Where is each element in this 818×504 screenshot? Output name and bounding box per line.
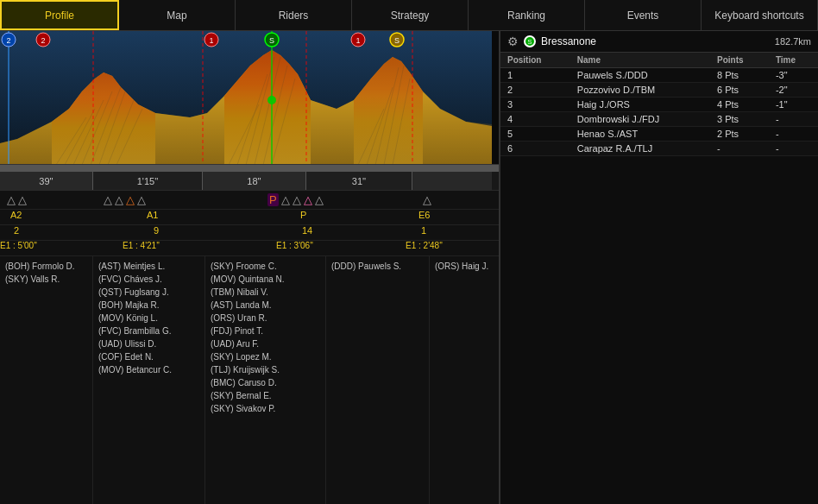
location-name: Bressanone — [541, 35, 596, 47]
right-panel: ⚙ S Bressanone 182.7km Position Name Poi… — [499, 31, 818, 504]
distance-display: 182.7km — [775, 36, 811, 47]
riders-area: (BOH) Formolo D. (SKY) Valls R. (AST) Me… — [0, 256, 499, 504]
svg-text:2: 2 — [41, 36, 45, 45]
tab-ranking[interactable]: Ranking — [469, 0, 585, 30]
cell-pos: 3 — [500, 98, 570, 112]
rider-entry: (AST) Meintjes L. — [98, 260, 199, 273]
climb-num-4: 1 — [421, 225, 426, 236]
rider-entry: (UAD) Ulissi D. — [98, 337, 199, 350]
cell-time: - — [769, 142, 818, 156]
rider-entry: (BMC) Caruso D. — [211, 376, 320, 389]
cell-name: Dombrowski J./FDJ — [570, 112, 710, 127]
tab-strategy[interactable]: Strategy — [352, 0, 469, 30]
rider-entry: (TBM) Nibali V. — [211, 286, 320, 299]
cell-name: Pauwels S./DDD — [570, 68, 710, 83]
cell-pos: 5 — [500, 127, 570, 142]
sprint-badge: S — [524, 35, 536, 47]
climb-label-a1: A1 — [147, 210, 158, 220]
climb-num-1: 2 — [14, 225, 19, 236]
settings-icon: ⚙ — [507, 35, 519, 48]
climb-num-3: 14 — [302, 225, 312, 236]
rider-icon: △ — [137, 193, 146, 206]
cell-pts: 4 Pts — [710, 98, 769, 112]
rider-icon: △ — [126, 193, 135, 206]
climb-label-p: P — [300, 210, 306, 220]
tab-map[interactable]: Map — [119, 0, 236, 30]
cell-pts: 8 Pts — [710, 68, 769, 83]
rider-icon: △ — [104, 193, 112, 206]
climb-label-e6: E6 — [418, 210, 430, 220]
cell-time: - — [769, 112, 818, 127]
riders-col-3: (SKY) Froome C. (MOV) Quintana N. (TBM) … — [205, 256, 326, 504]
rider-icon: △ — [304, 193, 312, 206]
cell-pos: 2 — [500, 83, 570, 98]
rider-entry: (SKY) Lopez M. — [211, 350, 320, 363]
seg-time-3: 18'' — [247, 176, 261, 186]
cell-time: -1" — [769, 98, 818, 112]
eta-2: E1 : 4'21'' — [123, 241, 160, 250]
col-position: Position — [500, 53, 570, 68]
rider-icon-p: P — [267, 193, 279, 206]
svg-point-30 — [267, 96, 276, 104]
climb-labels-row: A2 A1 P E6 E5 — [0, 210, 499, 225]
cell-name: Carapaz R.A./TLJ — [570, 142, 710, 156]
cell-pos: 4 — [500, 112, 570, 127]
rider-entry: (SKY) Froome C. — [211, 260, 320, 273]
rider-icon: △ — [293, 193, 301, 206]
cell-pts: 3 Pts — [710, 112, 769, 127]
standings-header-row: Position Name Points Time — [500, 53, 818, 68]
standings-row: 1 Pauwels S./DDD 8 Pts -3" — [500, 68, 818, 83]
standings-row: 2 Pozzovivo D./TBM 6 Pts -2" — [500, 83, 818, 98]
svg-text:2: 2 — [6, 36, 10, 45]
rider-entry: (UAD) Aru F. — [211, 337, 320, 350]
cell-pts: 6 Pts — [710, 83, 769, 98]
cell-pos: 6 — [500, 142, 570, 156]
cell-name: Haig J./ORS — [570, 98, 710, 112]
rider-entry: (BOH) Formolo D. — [5, 260, 87, 273]
climb-numbers-row: 2 9 14 1 1 — [0, 225, 499, 241]
tab-profile[interactable]: Profile — [0, 0, 119, 30]
eta-row: E1 : 5'00'' E1 : 4'21'' E1 : 3'06'' E1 :… — [0, 241, 499, 256]
rider-entry: (SKY) Valls R. — [5, 273, 87, 286]
cell-pts: 2 Pts — [710, 127, 769, 142]
rider-icons-row: △ △ △ △ △ △ P △ △ △ △ △ — [0, 191, 499, 210]
cell-pos: 1 — [500, 68, 570, 83]
left-panel: 2 2 1 S 1 S — [0, 31, 499, 504]
tab-riders[interactable]: Riders — [236, 0, 352, 30]
rider-entry: (AST) Landa M. — [211, 299, 320, 312]
rider-entry: (TLJ) Kruijswijk S. — [211, 363, 320, 376]
svg-text:S: S — [394, 36, 400, 45]
col-time: Time — [769, 53, 818, 68]
rider-icon: △ — [7, 193, 16, 206]
standings-table: Position Name Points Time 1 Pauwels S./D… — [500, 53, 818, 156]
profile-chart[interactable]: 2 2 1 S 1 S — [0, 31, 499, 165]
eta-4: E1 : 2'48'' — [406, 241, 443, 250]
tab-events[interactable]: Events — [585, 0, 702, 30]
navigation-tabs: Profile Map Riders Strategy Ranking Even… — [0, 0, 818, 31]
standings-header: ⚙ S Bressanone 182.7km — [500, 31, 818, 53]
main-content: 2 2 1 S 1 S — [0, 31, 818, 504]
rider-icon: △ — [315, 193, 324, 206]
standings-row: 6 Carapaz R.A./TLJ - - — [500, 142, 818, 156]
rider-entry: (SKY) Bernal E. — [211, 389, 320, 402]
climb-label-a2: A2 — [10, 210, 22, 220]
svg-text:1: 1 — [209, 36, 213, 45]
riders-col-2: (AST) Meintjes L. (FVC) Cháves J. (QST) … — [93, 256, 205, 504]
col-name: Name — [570, 53, 710, 68]
time-segments-bar: 39'' 1'15'' 18'' 31'' — [0, 172, 499, 191]
standings-row: 4 Dombrowski J./FDJ 3 Pts - — [500, 112, 818, 127]
standings-location: ⚙ S Bressanone — [507, 35, 596, 48]
cell-pts: - — [710, 142, 769, 156]
scrollbar[interactable] — [0, 165, 499, 172]
seg-time-4: 31'' — [352, 176, 366, 186]
rider-entry: (ORS) Uran R. — [211, 312, 320, 324]
rider-icon: △ — [115, 193, 123, 206]
rider-entry: (FVC) Cháves J. — [98, 273, 199, 286]
tab-keyboard[interactable]: Keyboard shortcuts — [702, 0, 818, 30]
rider-entry: (MOV) Betancur C. — [98, 363, 199, 376]
col-points: Points — [710, 53, 769, 68]
svg-text:1: 1 — [356, 36, 360, 45]
cell-time: - — [769, 127, 818, 142]
cell-time: -2" — [769, 83, 818, 98]
rider-entry: (ORS) Haig J. — [435, 260, 494, 273]
